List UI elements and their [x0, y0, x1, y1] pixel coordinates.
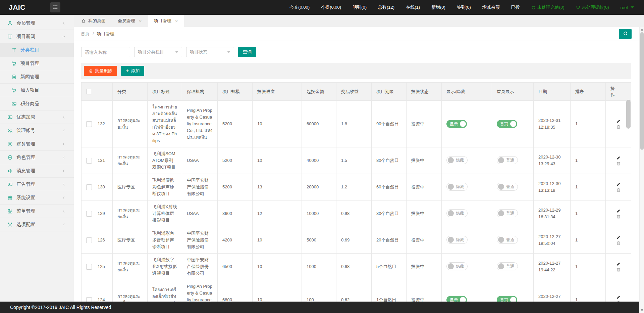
- homepage-toggle[interactable]: 普通: [497, 183, 518, 191]
- homepage-toggle[interactable]: 普通: [497, 236, 518, 244]
- homepage-toggle[interactable]: 普通: [497, 262, 518, 270]
- cell-profit: 1.8: [336, 101, 372, 147]
- cell-progress: 10: [253, 280, 302, 302]
- action-bar: 批量删除 + 添加: [81, 63, 631, 79]
- topbar-alert-link[interactable]: 未处理提款(0): [576, 4, 609, 10]
- visibility-toggle[interactable]: 隐藏: [446, 156, 468, 164]
- add-button[interactable]: + 添加: [121, 66, 144, 76]
- chevron-left-icon: [62, 129, 66, 133]
- cell-min-invest: 10000: [302, 200, 336, 227]
- sidebar-item-财务管理[interactable]: 财务管理: [0, 137, 74, 151]
- sidebar-item-项目管理[interactable]: 项目管理: [0, 57, 74, 70]
- row-checkbox[interactable]: [86, 211, 92, 217]
- visibility-toggle[interactable]: 显示: [446, 120, 467, 128]
- delete-icon[interactable]: [616, 161, 621, 166]
- cart-icon: [11, 61, 17, 66]
- category-select-value: 项目分类栏目: [138, 49, 164, 55]
- delete-icon[interactable]: [616, 267, 621, 272]
- sidebar-item-积分商品[interactable]: 积分商品: [0, 97, 74, 110]
- cell-progress: 10: [253, 254, 302, 280]
- homepage-toggle[interactable]: 首页: [497, 296, 517, 302]
- sidebar-item-新闻管理[interactable]: 新闻管理: [0, 70, 74, 84]
- sidebar-item-项目新闻[interactable]: 项目新闻: [0, 30, 74, 43]
- close-icon[interactable]: ×: [175, 18, 178, 24]
- scroll-down-arrow-icon[interactable]: [641, 309, 643, 311]
- column-header: 交易收益: [336, 83, 372, 101]
- sidebar-item-消息管理[interactable]: 消息管理: [0, 164, 74, 178]
- sidebar-item-管理帐号[interactable]: 管理帐号: [0, 124, 74, 137]
- visibility-toggle[interactable]: 隐藏: [446, 262, 468, 270]
- row-checkbox[interactable]: [86, 237, 92, 243]
- gear-icon: [7, 195, 13, 200]
- sidebar-item-角色管理[interactable]: 角色管理: [0, 151, 74, 164]
- scroll-up-arrow-icon[interactable]: [641, 29, 643, 31]
- homepage-toggle[interactable]: 普通: [497, 156, 518, 164]
- cell-agency: 中国平安财产保险股份有限公司: [182, 227, 218, 254]
- row-checkbox[interactable]: [86, 297, 92, 302]
- sidebar-item-选项配置[interactable]: 选项配置: [0, 218, 74, 231]
- sidebar-item-菜单管理[interactable]: 菜单管理: [0, 205, 74, 218]
- page-scrollbar-thumb[interactable]: [640, 32, 644, 150]
- delete-icon[interactable]: [616, 188, 621, 192]
- tab-项目管理[interactable]: 项目管理×: [148, 15, 184, 27]
- edit-icon[interactable]: [616, 119, 621, 124]
- homepage-toggle[interactable]: 普通: [497, 209, 518, 217]
- delete-icon[interactable]: [616, 214, 621, 219]
- page-scrollbar[interactable]: [639, 27, 644, 313]
- brand-logo: JAIC: [0, 3, 50, 11]
- visibility-toggle[interactable]: 隐藏: [446, 236, 468, 244]
- row-checkbox[interactable]: [86, 158, 92, 164]
- status-select-value: 项目状态: [190, 49, 207, 55]
- sidebar-item-分类栏目[interactable]: 分类栏目: [0, 43, 74, 57]
- select-all-checkbox[interactable]: [86, 89, 92, 94]
- close-icon[interactable]: ×: [139, 18, 142, 24]
- edit-icon[interactable]: [616, 235, 621, 240]
- column-header: 投资进度: [253, 83, 302, 101]
- edit-icon[interactable]: [616, 262, 621, 266]
- cell-category: การลงทุนระยะสั้น: [113, 101, 148, 147]
- tab-会员管理[interactable]: 会员管理×: [112, 15, 148, 27]
- search-button[interactable]: 查询: [238, 47, 256, 57]
- name-search-input[interactable]: [81, 47, 130, 57]
- user-menu[interactable]: root: [621, 5, 634, 10]
- row-checkbox[interactable]: [86, 264, 92, 270]
- visibility-toggle[interactable]: 隐藏: [446, 209, 468, 217]
- content-area: 项目分类栏目 项目状态 查询 批量删除 + 添加 分类项目标题保理机构项目规模投…: [74, 41, 644, 302]
- cell-period: 30个自然日: [372, 200, 407, 227]
- delete-icon[interactable]: [616, 241, 621, 245]
- chevron-down-icon: [62, 35, 66, 39]
- sidebar-item-会员管理[interactable]: 会员管理: [0, 16, 74, 30]
- row-checkbox[interactable]: [86, 121, 92, 127]
- tab-我的桌面[interactable]: 我的桌面: [75, 15, 112, 27]
- breadcrumb-home[interactable]: 首页: [81, 31, 90, 37]
- row-checkbox[interactable]: [86, 184, 92, 190]
- edit-icon[interactable]: [616, 182, 621, 187]
- batch-delete-button[interactable]: 批量删除: [84, 66, 117, 76]
- homepage-toggle[interactable]: 首页: [497, 120, 517, 128]
- topbar-stat: 今提(0.00): [321, 4, 341, 10]
- topbar-stat: 新增(0): [431, 4, 445, 10]
- visibility-toggle[interactable]: 显示: [446, 296, 467, 302]
- visibility-toggle[interactable]: 隐藏: [446, 183, 468, 191]
- sidebar-item-加入项目[interactable]: 加入项目: [0, 84, 74, 97]
- table-scrollbar-thumb[interactable]: [626, 100, 631, 129]
- edit-icon[interactable]: [616, 155, 621, 160]
- cell-id: 131: [98, 158, 105, 163]
- hamburger-menu-button[interactable]: [50, 2, 60, 12]
- status-select[interactable]: 项目状态: [186, 47, 234, 57]
- chevron-left-icon: [62, 209, 66, 213]
- sidebar-item-系统设置[interactable]: 系统设置: [0, 191, 74, 205]
- sidebar-item-优惠加息[interactable]: 优惠加息: [0, 110, 74, 124]
- column-header: 项目规模: [218, 83, 253, 101]
- edit-icon[interactable]: [616, 209, 621, 213]
- category-select[interactable]: 项目分类栏目: [134, 47, 182, 57]
- shield-icon: [7, 155, 13, 160]
- cell-category: การลงทุนระยะสั้น: [113, 254, 148, 280]
- cell-title: 飞利浦便携彩色超声诊断仪项目: [148, 174, 182, 200]
- refresh-button[interactable]: [619, 29, 632, 39]
- topbar-alert-link[interactable]: 未处理充值(0): [531, 4, 565, 10]
- edit-icon[interactable]: [616, 295, 621, 300]
- cell-select: 129: [82, 200, 113, 227]
- delete-icon[interactable]: [616, 125, 621, 129]
- sidebar-item-广告管理[interactable]: 广告管理: [0, 178, 74, 191]
